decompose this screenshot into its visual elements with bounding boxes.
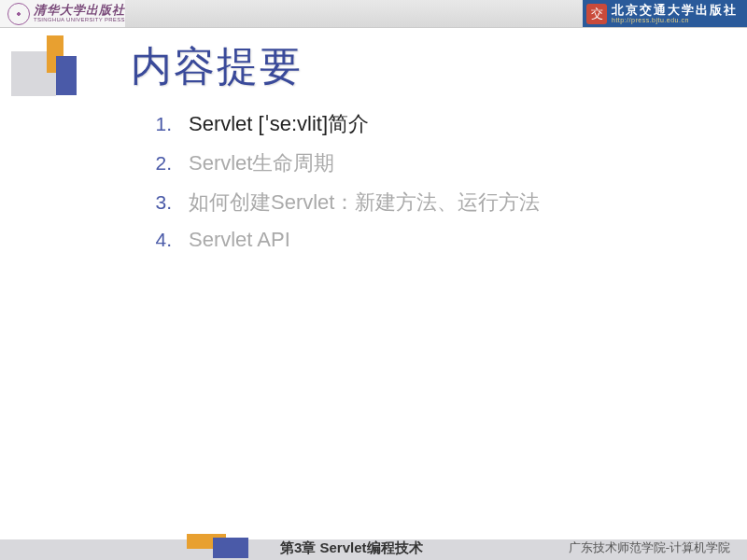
item-number: 1. [140,113,172,135]
bjtu-emblem-icon: 交 [586,4,607,24]
item-text: Servlet生命周期 [189,149,334,177]
slide-title: 内容提要 [131,39,303,94]
publisher-right-text: 北京交通大学出版社 http://press.bjtu.edu.cn [612,4,738,24]
header-bar: 清华大学出版社 TSINGHUA UNIVERSITY PRESS 交 北京交通… [0,0,747,28]
footer-blue-block [213,538,248,558]
list-item: 2. Servlet生命周期 [140,149,747,177]
item-number: 4. [140,229,172,251]
publisher-left-text: 清华大学出版社 TSINGHUA UNIVERSITY PRESS [34,4,125,23]
deco-blue-block [56,56,77,95]
list-item: 3. 如何创建Servlet：新建方法、运行方法 [140,189,747,217]
publisher-right-en: http://press.bjtu.edu.cn [612,17,738,24]
chapter-label: 第3章 Servlet编程技术 [280,539,423,557]
publisher-left-en: TSINGHUA UNIVERSITY PRESS [34,17,125,23]
publisher-logo-right: 交 北京交通大学出版社 http://press.bjtu.edu.cn [583,0,747,27]
list-item: 1. Servlet [ˈse:vlit]简介 [140,110,747,138]
item-text: Servlet [ˈse:vlit]简介 [189,110,369,138]
item-text: 如何创建Servlet：新建方法、运行方法 [189,189,540,217]
publisher-logo-left: 清华大学出版社 TSINGHUA UNIVERSITY PRESS [0,0,125,27]
outline-list: 1. Servlet [ˈse:vlit]简介 2. Servlet生命周期 3… [140,110,747,252]
publisher-right-cn: 北京交通大学出版社 [612,4,738,17]
school-label: 广东技术师范学院-计算机学院 [569,539,730,556]
item-number: 3. [140,191,172,214]
title-row: 内容提要 [0,28,747,105]
tsinghua-emblem-icon [7,3,30,25]
list-item: 4. Servlet API [140,228,747,252]
publisher-left-cn: 清华大学出版社 [34,4,125,17]
item-text: Servlet API [189,228,290,252]
item-number: 2. [140,152,172,175]
footer-bar: 第3章 Servlet编程技术 广东技术师范学院-计算机学院 [0,534,747,560]
